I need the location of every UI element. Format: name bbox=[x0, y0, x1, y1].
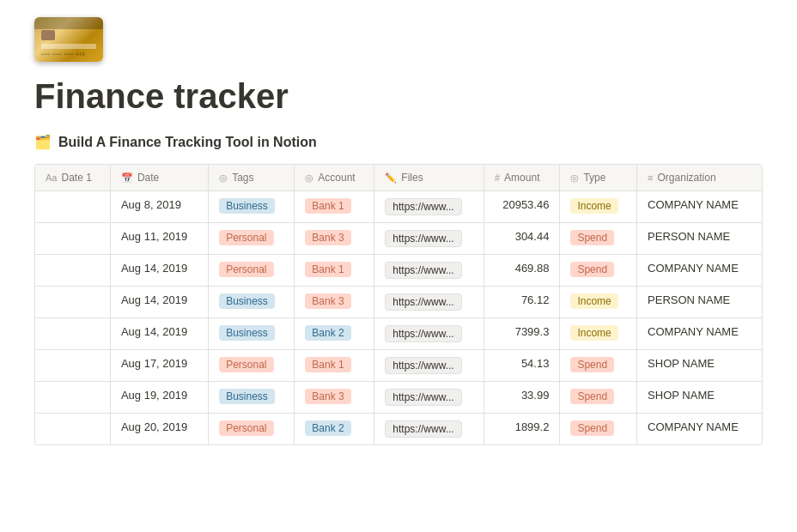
col-type[interactable]: ◎ Type bbox=[560, 165, 637, 191]
cell-files: https://www... bbox=[374, 350, 484, 382]
col-date-icon: 📅 bbox=[121, 172, 133, 184]
cell-tag: Personal bbox=[209, 223, 295, 255]
card-signature-line bbox=[41, 44, 96, 49]
finance-table: Aa Date 1 📅 Date ◎ Tags bbox=[35, 165, 762, 444]
file-link[interactable]: https://www... bbox=[385, 198, 461, 215]
col-amount-icon: # bbox=[495, 172, 500, 183]
cell-account: Bank 2 bbox=[295, 414, 374, 445]
account-badge: Bank 2 bbox=[305, 325, 350, 341]
col-date1-label: Date 1 bbox=[61, 172, 91, 184]
col-tags[interactable]: ◎ Tags bbox=[209, 165, 295, 191]
account-badge: Bank 3 bbox=[305, 230, 350, 245]
col-date1[interactable]: Aa Date 1 bbox=[35, 165, 110, 191]
cell-date: Aug 14, 2019 bbox=[110, 318, 208, 350]
col-date1-icon: Aa bbox=[46, 172, 57, 183]
file-link[interactable]: https://www... bbox=[385, 325, 461, 342]
account-badge: Bank 3 bbox=[305, 293, 350, 309]
col-files-icon: ✏️ bbox=[385, 172, 397, 184]
cell-organization: SHOP NAME bbox=[637, 350, 762, 382]
col-tags-icon: ◎ bbox=[219, 172, 228, 184]
type-badge: Income bbox=[570, 198, 618, 214]
cell-date1 bbox=[35, 191, 110, 223]
cell-organization: SHOP NAME bbox=[637, 382, 762, 414]
cell-tag: Personal bbox=[209, 350, 295, 382]
tag-badge: Personal bbox=[219, 262, 273, 277]
cell-date: Aug 19, 2019 bbox=[110, 382, 208, 414]
cell-type: Spend bbox=[560, 223, 637, 255]
cell-amount: 76.12 bbox=[484, 287, 559, 318]
cell-account: Bank 1 bbox=[295, 350, 374, 382]
file-link[interactable]: https://www... bbox=[385, 357, 461, 374]
cell-date: Aug 11, 2019 bbox=[110, 223, 208, 255]
cell-account: Bank 3 bbox=[295, 382, 374, 414]
cell-date1 bbox=[35, 382, 110, 414]
credit-card-icon: •••• •••• •••• 448 bbox=[34, 17, 103, 62]
cell-organization: COMPANY NAME bbox=[637, 318, 762, 350]
cell-tag: Personal bbox=[209, 414, 295, 445]
file-link[interactable]: https://www... bbox=[385, 420, 461, 438]
cell-files: https://www... bbox=[374, 382, 484, 414]
cell-organization: PERSON NAME bbox=[637, 223, 762, 255]
card-stripe bbox=[34, 17, 103, 29]
cell-date: Aug 14, 2019 bbox=[110, 255, 208, 287]
cell-files: https://www... bbox=[374, 318, 484, 350]
cell-account: Bank 1 bbox=[295, 191, 374, 223]
table-row: Aug 8, 2019BusinessBank 1https://www...2… bbox=[35, 191, 762, 223]
cell-amount: 33.99 bbox=[484, 382, 559, 414]
cell-amount: 304.44 bbox=[484, 223, 559, 255]
cell-date1 bbox=[35, 350, 110, 382]
table-row: Aug 19, 2019BusinessBank 3https://www...… bbox=[35, 382, 762, 414]
cell-tag: Business bbox=[209, 287, 295, 318]
table-row: Aug 20, 2019PersonalBank 2https://www...… bbox=[35, 414, 762, 445]
file-link[interactable]: https://www... bbox=[385, 230, 461, 247]
type-badge: Spend bbox=[570, 230, 614, 245]
cell-type: Income bbox=[560, 287, 637, 318]
col-files-label: Files bbox=[401, 172, 423, 184]
tag-badge: Business bbox=[219, 389, 275, 404]
tag-badge: Personal bbox=[219, 357, 273, 372]
col-amount[interactable]: # Amount bbox=[484, 165, 559, 191]
cell-account: Bank 1 bbox=[295, 255, 374, 287]
account-badge: Bank 3 bbox=[305, 389, 350, 404]
col-organization[interactable]: ≡ Organization bbox=[637, 165, 762, 191]
cell-type: Spend bbox=[560, 350, 637, 382]
account-badge: Bank 1 bbox=[305, 262, 350, 277]
section-heading: 🗂️ Build A Finance Tracking Tool in Noti… bbox=[34, 134, 763, 150]
table-row: Aug 14, 2019PersonalBank 1https://www...… bbox=[35, 255, 762, 287]
cell-account: Bank 3 bbox=[295, 287, 374, 318]
cell-date: Aug 14, 2019 bbox=[110, 287, 208, 318]
tag-badge: Personal bbox=[219, 230, 273, 245]
file-link[interactable]: https://www... bbox=[385, 389, 461, 406]
card-number: •••• •••• •••• 448 bbox=[41, 51, 96, 57]
account-badge: Bank 1 bbox=[305, 357, 350, 372]
col-date[interactable]: 📅 Date bbox=[110, 165, 208, 191]
col-type-label: Type bbox=[583, 172, 605, 184]
cell-date1 bbox=[35, 287, 110, 318]
col-account-icon: ◎ bbox=[305, 172, 313, 184]
cell-amount: 1899.2 bbox=[484, 414, 559, 445]
cell-type: Spend bbox=[560, 255, 637, 287]
cell-type: Spend bbox=[560, 382, 637, 414]
cell-organization: COMPANY NAME bbox=[637, 255, 762, 287]
cell-files: https://www... bbox=[374, 414, 484, 445]
cell-organization: PERSON NAME bbox=[637, 287, 762, 318]
type-badge: Spend bbox=[570, 357, 614, 372]
col-files[interactable]: ✏️ Files bbox=[374, 165, 484, 191]
col-type-icon: ◎ bbox=[570, 172, 579, 184]
cell-organization: COMPANY NAME bbox=[637, 414, 762, 445]
col-date-label: Date bbox=[137, 172, 159, 184]
finance-table-container: Aa Date 1 📅 Date ◎ Tags bbox=[34, 164, 763, 445]
cell-amount: 7399.3 bbox=[484, 318, 559, 350]
cell-date1 bbox=[35, 223, 110, 255]
cell-organization: COMPANY NAME bbox=[637, 191, 762, 223]
page-wrapper: •••• •••• •••• 448 Finance tracker 🗂️ Bu… bbox=[0, 0, 797, 480]
cell-date1 bbox=[35, 255, 110, 287]
cell-date: Aug 17, 2019 bbox=[110, 350, 208, 382]
col-account[interactable]: ◎ Account bbox=[295, 165, 374, 191]
cell-files: https://www... bbox=[374, 223, 484, 255]
table-row: Aug 14, 2019BusinessBank 2https://www...… bbox=[35, 318, 762, 350]
file-link[interactable]: https://www... bbox=[385, 262, 461, 279]
file-link[interactable]: https://www... bbox=[385, 293, 461, 311]
cell-type: Spend bbox=[560, 414, 637, 445]
account-badge: Bank 1 bbox=[305, 198, 350, 214]
